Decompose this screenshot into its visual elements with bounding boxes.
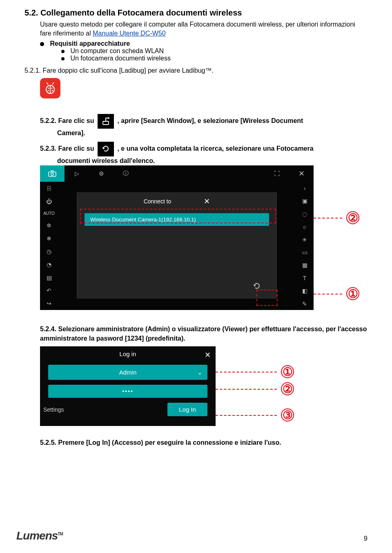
callout-number-2: ②	[281, 382, 294, 395]
step-522-text-a: 5.2.2. Fare clic su	[40, 117, 94, 124]
requirement-item: Un fotocamera documenti wireless	[61, 55, 368, 62]
section-number: 5.2.	[24, 8, 38, 17]
ladibug-app-icon	[40, 78, 60, 98]
palette-icon[interactable]: ◔	[47, 261, 51, 268]
section-title-text: Collegamento della Fotocamera documenti …	[40, 8, 242, 17]
svg-point-9	[108, 117, 109, 119]
svg-point-3	[51, 87, 53, 89]
step-523-text-b: , e una volta completata la ricerca, sel…	[117, 145, 313, 152]
sun-icon[interactable]: ☼	[302, 223, 307, 230]
gear-icon[interactable]: ✲	[47, 222, 51, 229]
login-title: Log in	[120, 350, 136, 357]
trademark: TM	[58, 532, 62, 536]
chevron-down-icon: ⌄	[197, 369, 203, 376]
annotation-icon[interactable]: ▦	[302, 262, 307, 268]
callout-line	[314, 294, 342, 294]
tab-info[interactable]: ⓘ	[114, 165, 138, 182]
manual-link[interactable]: Manuale Utente DC-W50	[93, 30, 166, 37]
auto-label[interactable]: AUTO	[43, 211, 55, 216]
dialog-title: Connect to	[144, 198, 172, 205]
app-topbar: ▷ ⚙ ⓘ ⛶ ✕	[40, 165, 314, 182]
tab-camera[interactable]	[40, 165, 65, 182]
svg-point-2	[48, 87, 49, 89]
connect-dialog: Connect to ✕ Wireless Document Camera-1(…	[77, 192, 277, 299]
section-intro: Usare questo metodo per collegare il com…	[40, 20, 368, 38]
step-521-text: 5.2.1. Fare doppio clic sull'icona [Ladi…	[24, 67, 214, 74]
step-525: 5.2.5. Premere [Log In] (Accesso) per es…	[40, 438, 368, 447]
callout-line	[314, 218, 342, 219]
requirement-item: Un computer con scheda WLAN	[61, 47, 368, 55]
step-522-text-b: , aprire [Search Window], e selezionare …	[117, 117, 303, 124]
step-523-text-a: 5.2.3. Fare clic su	[40, 145, 94, 152]
highlight-box-refresh	[256, 290, 278, 306]
svg-line-6	[47, 83, 48, 85]
page-footer: LumensTM 9	[16, 529, 368, 542]
step-522-indent: Camera].	[57, 129, 85, 136]
step-521: 5.2.1. Fare doppio clic sull'icona [Ladi…	[24, 66, 368, 75]
password-input[interactable]: ••••	[48, 385, 207, 398]
close-icon[interactable]: ✕	[205, 350, 211, 359]
callout-line	[216, 415, 277, 416]
step-525-text: 5.2.5. Premere [Log In] (Accesso) per es…	[40, 439, 281, 446]
pen-icon[interactable]: ✎	[302, 301, 307, 307]
svg-point-11	[51, 173, 53, 176]
callout-line	[216, 389, 277, 390]
bullet-icon	[40, 42, 44, 46]
highlight-box-device	[80, 209, 276, 223]
bullet-icon	[61, 57, 65, 60]
section-heading: 5.2. Collegamento della Fotocamera docum…	[24, 8, 368, 18]
expand-icon[interactable]: ⛶	[265, 165, 289, 182]
case-icon[interactable]: ▭	[302, 249, 307, 256]
requirement-text: Un fotocamera documenti wireless	[70, 55, 170, 62]
step-524-text: 5.2.4. Selezionare amministratore (Admin…	[40, 326, 367, 341]
intro-text: Usare questo metodo per collegare il com…	[40, 21, 355, 37]
role-value: Admin	[54, 369, 202, 376]
chevron-right-icon[interactable]: ›	[304, 185, 306, 192]
right-toolbar: › ▣ ◌ ☼ ✳ ▭ ▦ T ◧ ✎	[296, 182, 314, 310]
svg-point-4	[48, 90, 49, 91]
doccam-icon[interactable]: ⌸	[47, 185, 51, 192]
close-icon[interactable]: ✕	[204, 197, 210, 206]
role-select[interactable]: Admin ⌄	[48, 365, 207, 380]
callout-number-1: ①	[281, 365, 294, 378]
undo-icon[interactable]: ↶	[47, 287, 51, 294]
svg-line-7	[52, 83, 54, 85]
requirement-text: Un computer con scheda WLAN	[70, 47, 164, 54]
callout-number-1: ①	[346, 287, 359, 300]
login-dialog-screenshot: Log in ✕ Admin ⌄ •••• Settings Log In ① …	[40, 346, 368, 426]
login-button[interactable]: Log In	[167, 403, 207, 416]
brightness-icon[interactable]: ✳	[302, 236, 307, 243]
requirements-heading: Requisiti apparecchiature	[40, 40, 368, 47]
step-524: 5.2.4. Selezionare amministratore (Admin…	[40, 325, 368, 343]
freeze-icon[interactable]: ❄	[47, 235, 51, 242]
text-icon[interactable]: T	[303, 275, 307, 281]
snapshot-icon[interactable]: ▣	[302, 198, 307, 204]
eraser-icon[interactable]: ◧	[302, 288, 307, 294]
power-icon[interactable]: ⏻	[46, 198, 52, 205]
callout-number-2: ②	[346, 211, 359, 224]
svg-rect-8	[103, 121, 109, 125]
tab-settings[interactable]: ⚙	[89, 165, 114, 182]
camera-tool-icon	[98, 114, 114, 129]
timer-icon[interactable]: ◷	[47, 248, 51, 255]
callout-line	[216, 372, 277, 372]
layers-icon[interactable]: ▤	[47, 274, 52, 281]
callout-number-3: ③	[281, 408, 294, 421]
step-523-cont: documenti wireless dall'elenco.	[57, 157, 155, 164]
left-toolbar: ⌸ ⏻ AUTO ✲ ❄ ◷ ◔ ▤ ↶ ↪	[40, 182, 58, 310]
close-icon[interactable]: ✕	[289, 165, 314, 182]
refresh-tool-icon	[98, 142, 114, 156]
requirements-label: Requisiti apparecchiature	[50, 40, 130, 47]
settings-link[interactable]: Settings	[43, 406, 64, 413]
bulb-icon[interactable]: ◌	[302, 211, 307, 217]
step-522: 5.2.2. Fare clic su , aprire [Search Win…	[40, 114, 368, 138]
exit-icon[interactable]: ↪	[47, 300, 51, 307]
tab-play[interactable]: ▷	[65, 165, 89, 182]
brand-name: Lumens	[16, 529, 58, 542]
page-number: 9	[364, 535, 368, 542]
login-header: Log in ✕	[40, 348, 216, 360]
connect-dialog-screenshot: ▷ ⚙ ⓘ ⛶ ✕ ⌸ ⏻ AUTO ✲ ❄ ◷ ◔ ▤ ↶ ↪ › ▣ ◌ ☼…	[40, 165, 368, 310]
step-523: 5.2.3. Fare clic su , e una volta comple…	[40, 142, 368, 165]
brand-logo: LumensTM	[16, 529, 63, 542]
bullet-icon	[61, 50, 65, 53]
